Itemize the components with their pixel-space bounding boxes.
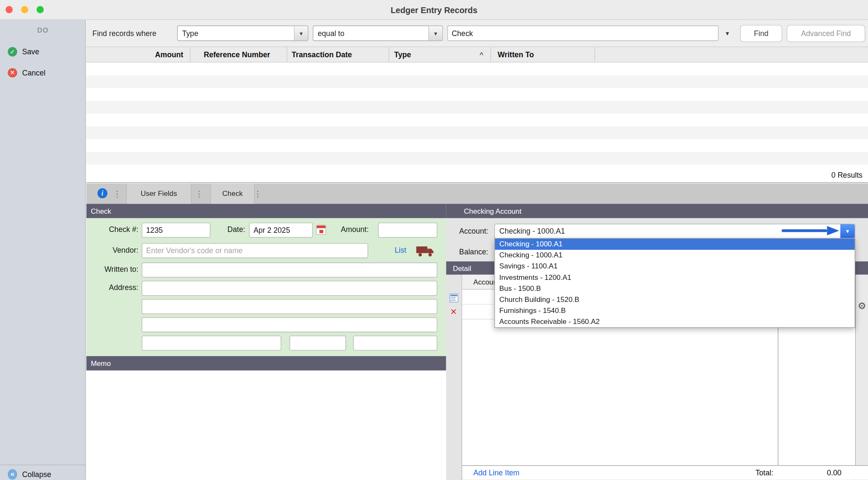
checking-account-header: Checking Account [446, 204, 868, 218]
sidebar: DO ✓ Save ✕ Cancel « Collapse [0, 20, 86, 480]
vendor-input[interactable] [142, 243, 368, 258]
dropdown-option[interactable]: Bus - 1500.B [495, 283, 855, 294]
dropdown-option[interactable]: Investments - 1200.A1 [495, 272, 855, 283]
city-input[interactable] [142, 336, 281, 351]
results-list: 0 Results [86, 63, 868, 183]
dropdown-option[interactable]: Accounts Receivable - 1560.A2 [495, 316, 855, 327]
amount-label: Amount: [332, 226, 369, 234]
window-title: Ledger Entry Records [0, 0, 868, 20]
sort-ascending-icon: ^ [480, 50, 484, 59]
find-disclosure-icon[interactable]: ▾ [721, 20, 734, 47]
memo-header: Memo [86, 356, 446, 371]
select-chevron-icon: ▾ [294, 26, 308, 40]
collapse-chevrons-icon: « [8, 469, 17, 480]
memo-field[interactable] [86, 371, 446, 480]
cancel-label: Cancel [22, 68, 45, 77]
address-line3-input[interactable] [142, 317, 437, 332]
sidebar-divider [0, 465, 86, 465]
advanced-find-button[interactable]: Advanced Find [787, 25, 865, 42]
calendar-icon[interactable] [316, 225, 326, 235]
check-number-input[interactable] [142, 223, 210, 237]
dropdown-option[interactable]: Savings - 1100.A1 [495, 261, 855, 272]
balance-label: Balance: [448, 248, 488, 256]
total-value: 0.00 [778, 466, 848, 480]
info-icon[interactable]: i [97, 188, 108, 198]
vendor-label: Vendor: [86, 246, 139, 254]
cancel-x-icon: ✕ [8, 68, 17, 77]
results-header-row: Amount Reference Number Transaction Date… [86, 47, 868, 63]
select-chevron-icon: ▾ [428, 26, 442, 40]
cancel-button[interactable]: ✕ Cancel [8, 67, 45, 78]
annotation-arrow-icon [782, 224, 840, 238]
column-header-written-to[interactable]: Written To [491, 47, 595, 62]
find-bar: Find records where Type ▾ equal to ▾ ▾ F… [86, 20, 868, 47]
written-to-input[interactable] [142, 262, 437, 277]
app-window: Ledger Entry Records DO ✓ Save ✕ Cancel … [0, 0, 868, 480]
save-label: Save [22, 47, 39, 56]
tab-user-fields[interactable]: User Fields [126, 183, 192, 204]
column-header-transaction-date[interactable]: Transaction Date [287, 47, 389, 62]
find-operator-select[interactable]: equal to ▾ [313, 25, 443, 41]
check-panel: Check #: Date: Amount: Vendor: List Writ… [86, 218, 446, 356]
results-count: 0 Results [831, 171, 862, 180]
find-field-select[interactable]: Type ▾ [177, 25, 309, 41]
dropdown-option[interactable]: Church Building - 1520.B [495, 294, 855, 305]
dropdown-option[interactable]: Furnishings - 1540.B [495, 305, 855, 316]
minimize-window-icon[interactable] [21, 6, 28, 13]
detail-row-rail: ✕ [446, 275, 462, 480]
dropdown-option[interactable]: Checking - 1000.A1 [495, 250, 855, 261]
empty-rows-stripes [86, 63, 868, 165]
sidebar-header: DO [0, 27, 86, 34]
delete-line-item-icon[interactable]: ✕ [450, 307, 457, 317]
written-to-label: Written to: [86, 265, 139, 274]
account-dropdown-menu: Checking - 1000.A1 Checking - 1000.A1 Sa… [494, 238, 855, 328]
line-item-detail-icon[interactable] [450, 293, 459, 302]
save-check-icon: ✓ [8, 47, 17, 56]
drag-handle-icon[interactable]: ⋮ [253, 183, 262, 204]
zoom-window-icon[interactable] [36, 6, 44, 13]
collapse-label: Collapse [22, 470, 51, 478]
tab-strip: i ⋮ User Fields ⋮ Check ⋮ [86, 183, 868, 204]
find-value-input[interactable] [447, 25, 718, 41]
column-header-type[interactable]: Type ^ [389, 47, 491, 62]
check-number-label: Check #: [86, 226, 139, 234]
find-operator-value: equal to [318, 26, 427, 40]
zip-input[interactable] [353, 336, 437, 351]
add-line-item-link[interactable]: Add Line Item [473, 466, 520, 480]
close-window-icon[interactable] [6, 6, 13, 13]
find-field-value: Type [182, 26, 292, 40]
date-label: Date: [219, 226, 245, 234]
column-header-amount[interactable]: Amount [86, 47, 191, 62]
tab-check[interactable]: Check [210, 183, 254, 204]
account-label: Account: [448, 227, 488, 236]
drag-handle-icon[interactable]: ⋮ [113, 183, 121, 204]
find-records-where-label: Find records where [92, 20, 156, 47]
column-header-reference-number[interactable]: Reference Number [190, 47, 287, 62]
amount-input[interactable] [378, 223, 437, 237]
save-button[interactable]: ✓ Save [8, 46, 39, 57]
address-label: Address: [86, 284, 139, 292]
vendor-truck-icon[interactable] [416, 245, 434, 257]
find-button[interactable]: Find [740, 25, 782, 42]
account-dropdown-button[interactable]: ▾ [840, 224, 855, 238]
date-input[interactable] [249, 223, 313, 237]
drag-handle-icon[interactable]: ⋮ [195, 183, 203, 204]
vendor-list-link[interactable]: List [395, 246, 406, 254]
dropdown-option[interactable]: Checking - 1000.A1 [495, 239, 855, 250]
address-line2-input[interactable] [142, 299, 437, 314]
total-label: Total: [695, 466, 773, 480]
settings-gear-icon[interactable]: ⚙ [856, 300, 868, 312]
column-header-spacer [595, 47, 868, 62]
state-input[interactable] [289, 336, 346, 351]
collapse-sidebar-button[interactable]: « Collapse [8, 469, 51, 480]
check-panel-header: Check [86, 204, 446, 218]
address-line1-input[interactable] [142, 281, 437, 296]
